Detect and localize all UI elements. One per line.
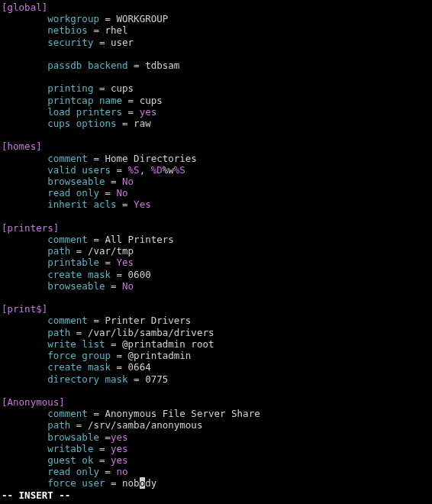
section-homes-header: [homes]	[2, 141, 430, 152]
opt-homes-read-only: read only = No	[2, 187, 430, 199]
blank-line	[2, 71, 430, 82]
opt-printcap-name: printcap name = cups	[2, 95, 430, 106]
opt-passdb-backend: passdb backend = tdbsam	[2, 60, 430, 71]
opt-printing: printing = cups	[2, 82, 430, 94]
section-anonymous-header: [Anonymous]	[2, 396, 430, 408]
opt-printers-path: path = /var/tmp	[2, 245, 430, 257]
opt-directory-mask: directory mask = 0775	[2, 373, 430, 385]
section-printdollar-header: [print$]	[2, 303, 430, 315]
opt-valid-users: valid users = %S, %D%w%S	[2, 164, 430, 176]
opt-printdollar-create-mask: create mask = 0664	[2, 361, 430, 373]
opt-anon-writable: writable = yes	[2, 443, 430, 454]
vim-editor[interactable]: [global] workgroup = WORKGROUP netbios =…	[0, 0, 432, 502]
opt-anon-guest-ok: guest ok = yes	[2, 454, 430, 466]
opt-inherit-acls: inherit acls = Yes	[2, 199, 430, 210]
blank-line	[2, 211, 430, 222]
opt-printdollar-path: path = /var/lib/samba/drivers	[2, 327, 430, 338]
blank-line	[2, 385, 430, 396]
vim-status-line: -- INSERT --	[2, 489, 430, 501]
opt-workgroup: workgroup = WORKGROUP	[2, 13, 430, 24]
blank-line	[2, 292, 430, 303]
opt-printdollar-comment: comment = Printer Drivers	[2, 315, 430, 326]
opt-anon-browsable: browsable =yes	[2, 431, 430, 443]
opt-force-group: force group = @printadmin	[2, 350, 430, 361]
opt-security: security = user	[2, 37, 430, 48]
blank-line	[2, 129, 430, 141]
opt-anon-read-only: read only = no	[2, 466, 430, 477]
opt-anon-comment: comment = Anonymous File Server Share	[2, 408, 430, 419]
opt-load-printers: load printers = yes	[2, 106, 430, 118]
opt-anon-force-user: force user = nobody	[2, 477, 430, 489]
opt-write-list: write list = @printadmin root	[2, 338, 430, 350]
opt-printers-comment: comment = All Printers	[2, 234, 430, 245]
section-global-header: [global]	[2, 2, 430, 13]
opt-homes-comment: comment = Home Directories	[2, 153, 430, 164]
opt-printable: printable = Yes	[2, 257, 430, 268]
opt-printers-browseable: browseable = No	[2, 280, 430, 292]
opt-netbios: netbios = rhel	[2, 24, 430, 36]
opt-printers-create-mask: create mask = 0600	[2, 269, 430, 280]
opt-cups-options: cups options = raw	[2, 118, 430, 129]
opt-anon-path: path = /srv/samba/anonymous	[2, 419, 430, 431]
section-printers-header: [printers]	[2, 222, 430, 234]
opt-homes-browseable: browseable = No	[2, 176, 430, 187]
blank-line	[2, 48, 430, 60]
